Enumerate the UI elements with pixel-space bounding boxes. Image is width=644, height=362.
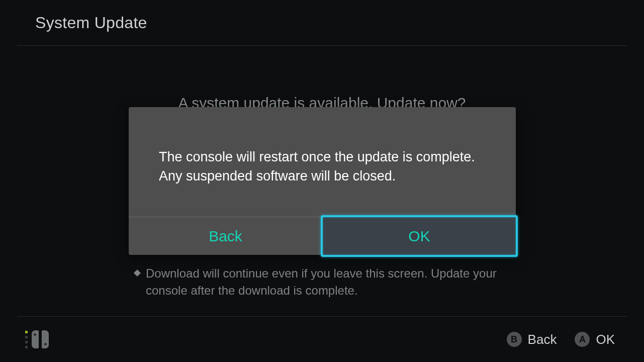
header-divider [17, 45, 627, 46]
hint-ok: A OK [575, 332, 615, 347]
diamond-icon [134, 269, 141, 277]
hint-back-label: Back [528, 332, 557, 347]
header: System Update [0, 0, 644, 45]
hint-ok-label: OK [596, 332, 615, 347]
a-button-icon: A [575, 332, 590, 347]
dialog-actions: Back OK [129, 217, 516, 255]
back-button[interactable]: Back [129, 217, 322, 255]
controller-status-icon [25, 330, 49, 348]
confirm-dialog: The console will restart once the update… [129, 107, 516, 255]
footer: B Back A OK [0, 317, 644, 362]
ok-button[interactable]: OK [322, 217, 516, 255]
dialog-line-2: Any suspended software will be closed. [159, 166, 486, 186]
info-note: Download will continue even if you leave… [135, 265, 518, 299]
dialog-line-1: The console will restart once the update… [159, 147, 486, 166]
hint-back: B Back [507, 332, 557, 347]
button-hints: B Back A OK [507, 332, 615, 347]
info-note-text: Download will continue even if you leave… [146, 265, 518, 299]
b-button-icon: B [507, 332, 522, 347]
dialog-body: The console will restart once the update… [129, 107, 516, 217]
page-title: System Update [35, 14, 147, 32]
